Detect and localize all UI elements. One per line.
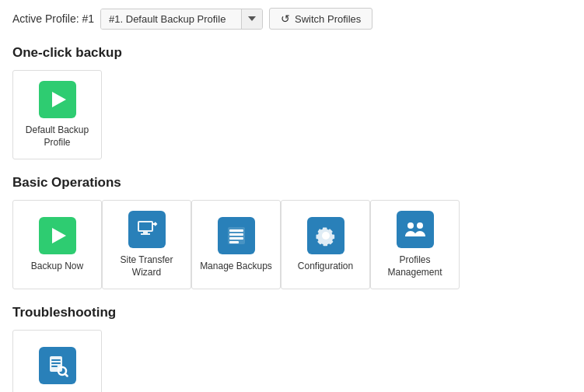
people-blue-icon xyxy=(397,211,434,248)
card-profiles-management[interactable]: Profiles Management xyxy=(370,200,460,289)
transfer-svg xyxy=(135,218,159,241)
basic-operations-title: Basic Operations xyxy=(12,175,572,191)
svg-rect-14 xyxy=(51,362,61,364)
people-svg xyxy=(404,218,427,241)
card-icon-configuration xyxy=(307,217,344,254)
transfer-blue-icon xyxy=(128,211,166,248)
refresh-icon: ↺ xyxy=(281,12,290,25)
card-icon-view-log xyxy=(39,347,76,384)
svg-rect-9 xyxy=(229,241,239,243)
top-bar: Active Profile: #1 #1. Default Backup Pr… xyxy=(12,8,572,30)
gear-svg xyxy=(314,224,337,247)
card-backup-now[interactable]: Backup Now xyxy=(12,200,102,289)
card-configuration[interactable]: Configuration xyxy=(281,200,370,289)
gear-blue-icon xyxy=(307,217,344,254)
card-label-profiles-management: Profiles Management xyxy=(376,254,454,278)
one-click-backup-grid: Default Backup Profile xyxy=(12,70,572,159)
card-manage-backups[interactable]: Manage Backups xyxy=(191,200,281,289)
svg-rect-6 xyxy=(229,229,243,232)
card-icon-manage-backups xyxy=(218,217,255,254)
active-profile-label: Active Profile: #1 xyxy=(12,12,94,25)
svg-rect-15 xyxy=(51,366,58,367)
card-default-backup-profile[interactable]: Default Backup Profile xyxy=(12,70,102,159)
troubleshooting-section: Troubleshooting View Lo xyxy=(12,305,572,392)
svg-rect-13 xyxy=(51,359,61,361)
card-view-log[interactable]: View Log xyxy=(12,330,102,392)
card-icon-site-transfer xyxy=(128,211,166,248)
card-label-backup-now: Backup Now xyxy=(31,261,83,273)
card-icon-backup-now xyxy=(39,217,76,254)
svg-rect-2 xyxy=(143,232,148,233)
chevron-down-icon xyxy=(248,16,256,21)
play-green-icon-backup xyxy=(39,217,76,254)
log-svg xyxy=(46,354,69,377)
card-icon-default-backup-profile xyxy=(39,81,76,118)
one-click-backup-section: One-click backup Default Backup Profile xyxy=(12,45,572,159)
svg-point-11 xyxy=(417,222,423,229)
card-label-configuration: Configuration xyxy=(298,261,353,273)
list-svg xyxy=(225,224,248,247)
troubleshooting-grid: View Log xyxy=(12,330,572,392)
card-site-transfer-wizard[interactable]: Site Transfer Wizard xyxy=(102,200,191,289)
svg-rect-7 xyxy=(229,233,243,236)
card-label-manage-backups: Manage Backups xyxy=(200,261,272,273)
troubleshooting-title: Troubleshooting xyxy=(12,305,572,320)
svg-rect-8 xyxy=(229,237,243,240)
card-label-default-backup-profile: Default Backup Profile xyxy=(18,124,96,149)
profile-select-wrapper: #1. Default Backup Profile xyxy=(100,9,263,30)
switch-profiles-button[interactable]: ↺ Switch Profiles xyxy=(269,8,372,30)
play-green-icon xyxy=(39,81,76,118)
svg-point-10 xyxy=(407,222,414,229)
list-blue-icon xyxy=(218,217,255,254)
switch-profiles-label: Switch Profiles xyxy=(295,13,361,25)
svg-rect-3 xyxy=(141,233,150,235)
log-blue-icon xyxy=(39,347,76,384)
one-click-backup-title: One-click backup xyxy=(12,45,572,61)
profile-dropdown-button[interactable] xyxy=(241,9,262,29)
profile-select[interactable]: #1. Default Backup Profile xyxy=(101,9,241,29)
svg-rect-1 xyxy=(139,222,152,230)
card-icon-profiles-management xyxy=(397,211,434,248)
card-label-site-transfer: Site Transfer Wizard xyxy=(107,254,186,278)
basic-operations-grid: Backup Now Site Tran xyxy=(12,200,572,289)
svg-line-17 xyxy=(65,373,67,376)
basic-operations-section: Basic Operations Backup Now xyxy=(12,175,572,289)
